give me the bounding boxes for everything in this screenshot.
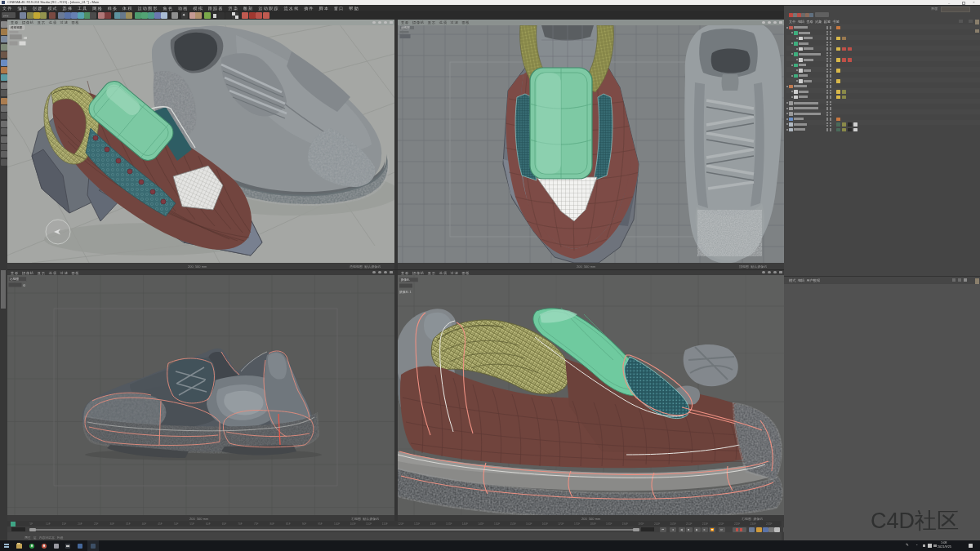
svg-text:右视图: 右视图 xyxy=(10,277,20,281)
svg-text:顶视图: 顶视图 xyxy=(401,25,410,29)
svg-text:透视视图: 透视视图 xyxy=(11,25,23,29)
svg-text:摄像机: 摄像机 xyxy=(401,278,411,282)
svg-text:38: 38 xyxy=(24,36,28,40)
svg-text:摄像机 1: 摄像机 1 xyxy=(399,290,412,294)
